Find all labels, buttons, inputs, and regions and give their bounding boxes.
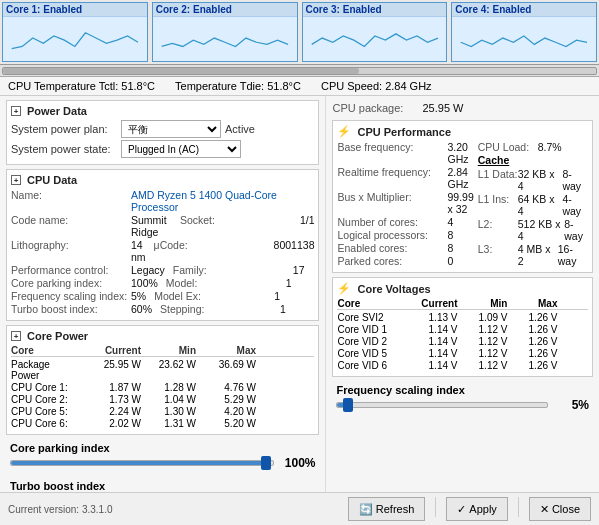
cpu-name-label: Name: [11,189,131,213]
core-parking-thumb[interactable] [261,456,271,470]
cache-l2-value: 512 KB x 4 [518,218,562,242]
perf-enabled-row: Enabled cores: 8 [337,242,473,254]
volt-row-2: Core VID 2 1.14 V 1.12 V 1.26 V [337,336,588,347]
cpu-socket-value: 1/1 [300,214,315,238]
core-parking-slider-label: Core parking index [10,442,315,454]
freq-scaling-track[interactable] [336,402,548,408]
core-voltages-section: ⚡ Core Voltages Core Current Min Max Cor… [332,277,593,377]
power-state-select[interactable]: Plugged In (AC) [121,140,241,158]
corepower-expand-icon[interactable]: + [11,331,21,341]
cpu-socket-label: Socket: [180,214,300,238]
cache-l1i-way: 4-way [562,193,588,217]
cpu-litho-row: Lithography: 14 nm μCode: 8001138 [11,239,314,263]
freq-scaling-slider-row: 5% [336,398,589,412]
cache-l2-label: L2: [478,218,518,242]
cpu-freqscale-row: Frequency scaling index: 5% Model Ex: 1 [11,290,314,302]
perf-rtfreq-label: Realtime frequency: [337,166,447,190]
perf-two-col: Base frequency: 3.20 GHz Realtime freque… [337,141,588,268]
apply-button[interactable]: ✓ Apply [446,497,508,521]
temp-tctl: CPU Temperature Tctl: 51.8°C [8,80,155,92]
cpu-perf-row: Performance control: Legacy Family: 17 [11,264,314,276]
cpu-name-row: Name: AMD Ryzen 5 1400 Quad-Core Process… [11,189,314,213]
horizontal-scrollbar[interactable] [0,65,599,77]
right-column: CPU package: 25.95 W ⚡ CPU Performance B… [326,96,599,516]
cpu-load-label: CPU Load: [478,141,538,153]
close-label: Close [552,503,580,515]
core3-title: Core 3: Enabled [303,3,447,17]
volt-row-1: Core VID 1 1.14 V 1.12 V 1.26 V [337,324,588,335]
cpu-family-value: 17 [293,264,305,276]
cpu-family-label: Family: [173,264,293,276]
scrollbar-track[interactable] [2,67,597,75]
main-content: + Power Data System power plan: 平衡 Activ… [0,96,599,516]
cpu-litho-value: 14 nm [131,239,146,263]
perf-rtfreq-value: 2.84 GHz [447,166,473,190]
perf-logicproc-row: Logical processors: 8 [337,229,473,241]
core1-graph [3,17,147,57]
cpt-col0: Core [11,345,81,356]
power-expand-icon[interactable]: + [11,106,21,116]
core-parking-slider-row: 100% [10,456,315,470]
power-state-row: System power state: Plugged In (AC) [11,140,314,158]
cpu-code-row: Code name: Summit Ridge Socket: 1/1 [11,214,314,238]
core-panel-1[interactable]: Core 1: Enabled [2,2,148,62]
cpu-name-value: AMD Ryzen 5 1400 Quad-Core Processor [131,189,314,213]
cpu-code-value: Summit Ridge [131,214,172,238]
cache-l3-row: L3: 4 MB x 2 16-way [478,243,588,267]
cache-l3-way: 16-way [558,243,588,267]
perf-basefreq-label: Base frequency: [337,141,447,165]
refresh-icon: 🔄 [359,503,373,516]
cpu-modelex-label: Model Ex: [154,290,274,302]
perf-busmul-label: Bus x Multiplier: [337,191,447,215]
perf-parked-row: Parked cores: 0 [337,255,473,267]
cpu-pkg-value: 25.95 W [422,102,463,114]
core-panel-4[interactable]: Core 4: Enabled [451,2,597,62]
freq-scaling-thumb[interactable] [343,398,353,412]
perf-numcores-row: Number of cores: 4 [337,216,473,228]
cpu-perf-header: ⚡ CPU Performance [337,125,588,138]
cpu-freqscale-label: Frequency scaling index: [11,290,131,302]
scrollbar-thumb[interactable] [3,68,359,74]
cpu-package-row: CPU package: 25.95 W [332,100,593,116]
core-panel-3[interactable]: Core 3: Enabled [302,2,448,62]
cpu-litho-label: Lithography: [11,239,131,263]
cache-l1i-label: L1 Ins: [478,193,518,217]
cpu-expand-icon[interactable]: + [11,175,21,185]
core-panel-2[interactable]: Core 2: Enabled [152,2,298,62]
cpu-model-label: Model: [166,277,286,289]
core-power-table-header: Core Current Min Max [11,345,314,357]
close-button[interactable]: ✕ Close [529,497,591,521]
perf-enabled-value: 8 [447,242,453,254]
close-icon: ✕ [540,503,549,516]
cpu-turbo-label: Turbo boost index: [11,303,131,315]
perf-parked-value: 0 [447,255,453,267]
core-power-row-1: CPU Core 1: 1.87 W 1.28 W 4.76 W [11,382,314,393]
perf-logicproc-value: 8 [447,229,453,241]
apply-label: Apply [469,503,497,515]
core-parking-track[interactable] [10,460,274,466]
perf-enabled-label: Enabled cores: [337,242,447,254]
perf-logicproc-label: Logical processors: [337,229,447,241]
cache-l3-value: 4 MB x 2 [518,243,555,267]
power-state-label: System power state: [11,143,121,155]
freq-scaling-slider-section: Frequency scaling index 5% [332,381,593,415]
bottom-buttons: 🔄 Refresh ✓ Apply ✕ Close [348,497,591,521]
core2-title: Core 2: Enabled [153,3,297,17]
cache-l3-label: L3: [478,243,518,267]
version-label: Current version: 3.3.1.0 [8,504,113,515]
perf-busmul-value: 99.99 x 32 [447,191,473,215]
cache-l1d-way: 8-way [562,168,588,192]
cpu-load-row: CPU Load: 8.7% [478,141,588,153]
cpu-data-header: + CPU Data [11,174,314,186]
temp-tdie: Temperature Tdie: 51.8°C [175,80,301,92]
cache-l1i-row: L1 Ins: 64 KB x 4 4-way [478,193,588,217]
refresh-button[interactable]: 🔄 Refresh [348,497,426,521]
cpu-stepping-label: Stepping: [160,303,280,315]
cpu-corepark-value: 100% [131,277,158,289]
cores-bar: Core 1: Enabled Core 2: Enabled Core 3: … [0,0,599,65]
cpu-performance-section: ⚡ CPU Performance Base frequency: 3.20 G… [332,120,593,273]
cpu-freqscale-value: 5% [131,290,146,302]
power-data-header: + Power Data [11,105,314,117]
power-plan-select[interactable]: 平衡 [121,120,221,138]
left-column: + Power Data System power plan: 平衡 Activ… [0,96,326,516]
